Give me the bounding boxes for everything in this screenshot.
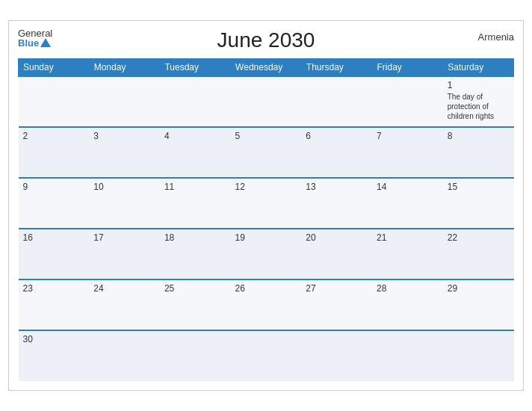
calendar-cell	[443, 330, 514, 381]
day-number: 13	[306, 182, 368, 192]
day-number: 18	[164, 232, 226, 243]
calendar-cell: 30	[19, 330, 90, 381]
calendar-cell: 17	[89, 229, 160, 279]
day-number: 16	[23, 232, 85, 243]
header-friday: Friday	[372, 59, 443, 77]
calendar-cell: 28	[372, 279, 443, 330]
calendar-cell	[89, 76, 160, 127]
day-number: 10	[93, 182, 155, 192]
calendar-cell: 9	[19, 178, 90, 229]
calendar-cell: 6	[301, 127, 372, 178]
day-number: 20	[306, 232, 368, 243]
calendar-cell: 5	[231, 127, 302, 178]
calendar-cell: 26	[231, 279, 302, 330]
day-number: 19	[235, 232, 297, 243]
calendar-week-row: 2345678	[19, 127, 514, 178]
calendar-cell: 11	[160, 178, 231, 229]
day-number: 30	[23, 334, 85, 344]
calendar-cell: 16	[19, 229, 90, 279]
calendar-week-row: 16171819202122	[19, 229, 514, 279]
day-number: 8	[448, 131, 510, 141]
day-number: 3	[93, 131, 155, 141]
day-number: 29	[448, 283, 510, 294]
day-number: 28	[377, 283, 439, 294]
header-monday: Monday	[89, 59, 160, 77]
calendar-cell	[372, 330, 443, 381]
logo-triangle-icon	[40, 38, 51, 47]
calendar-cell	[89, 330, 160, 381]
calendar-cell: 8	[443, 127, 514, 178]
calendar-body: 1The day of protection of children right…	[19, 76, 514, 381]
calendar-cell	[301, 76, 372, 127]
calendar-cell	[301, 330, 372, 381]
day-number: 7	[377, 131, 439, 141]
calendar-container: General Blue June 2030 Armenia Sunday Mo…	[8, 20, 524, 391]
calendar-cell	[231, 76, 302, 127]
calendar-cell: 4	[160, 127, 231, 178]
header-sunday: Sunday	[19, 59, 90, 77]
header-tuesday: Tuesday	[160, 59, 231, 77]
calendar-cell: 2	[19, 127, 90, 178]
calendar-cell: 7	[372, 127, 443, 178]
calendar-cell: 1The day of protection of children right…	[443, 76, 514, 127]
day-number: 11	[164, 182, 226, 192]
logo: General Blue	[18, 28, 52, 48]
calendar-week-row: 1The day of protection of children right…	[19, 76, 514, 127]
calendar-cell: 19	[231, 229, 302, 279]
day-number: 23	[23, 283, 85, 294]
day-number: 15	[448, 182, 510, 192]
day-number: 9	[23, 182, 85, 192]
header-thursday: Thursday	[301, 59, 372, 77]
day-number: 27	[306, 283, 368, 294]
calendar-cell	[372, 76, 443, 127]
day-number: 14	[377, 182, 439, 192]
day-number: 25	[164, 283, 226, 294]
calendar-cell: 14	[372, 178, 443, 229]
weekday-header-row: Sunday Monday Tuesday Wednesday Thursday…	[19, 59, 514, 77]
calendar-cell: 27	[301, 279, 372, 330]
day-number: 17	[93, 232, 155, 243]
calendar-cell: 18	[160, 229, 231, 279]
header-wednesday: Wednesday	[231, 59, 302, 77]
calendar-cell: 24	[89, 279, 160, 330]
day-number: 5	[235, 131, 297, 141]
day-number: 2	[23, 131, 85, 141]
day-number: 4	[164, 131, 226, 141]
day-number: 21	[377, 232, 439, 243]
calendar-cell: 29	[443, 279, 514, 330]
day-number: 6	[306, 131, 368, 141]
day-number: 12	[235, 182, 297, 192]
calendar-cell: 12	[231, 178, 302, 229]
calendar-cell: 10	[89, 178, 160, 229]
calendar-cell: 23	[19, 279, 90, 330]
calendar-title: June 2030	[217, 28, 315, 52]
calendar-cell: 3	[89, 127, 160, 178]
day-number: 24	[93, 283, 155, 294]
logo-blue-text: Blue	[18, 38, 52, 48]
calendar-cell: 22	[443, 229, 514, 279]
calendar-cell	[231, 330, 302, 381]
calendar-cell: 13	[301, 178, 372, 229]
calendar-week-row: 30	[19, 330, 514, 381]
calendar-cell: 15	[443, 178, 514, 229]
calendar-week-row: 23242526272829	[19, 279, 514, 330]
holiday-text: The day of protection of children rights	[448, 92, 510, 121]
day-number: 26	[235, 283, 297, 294]
calendar-cell: 20	[301, 229, 372, 279]
calendar-cell	[19, 76, 90, 127]
calendar-week-row: 9101112131415	[19, 178, 514, 229]
calendar-header: General Blue June 2030 Armenia	[18, 28, 514, 52]
calendar-cell: 21	[372, 229, 443, 279]
day-number: 1	[448, 80, 510, 90]
calendar-table: Sunday Monday Tuesday Wednesday Thursday…	[18, 58, 514, 381]
calendar-cell	[160, 330, 231, 381]
calendar-cell: 25	[160, 279, 231, 330]
calendar-cell	[160, 76, 231, 127]
country-label: Armenia	[478, 31, 514, 43]
header-saturday: Saturday	[443, 59, 514, 77]
day-number: 22	[448, 232, 510, 243]
